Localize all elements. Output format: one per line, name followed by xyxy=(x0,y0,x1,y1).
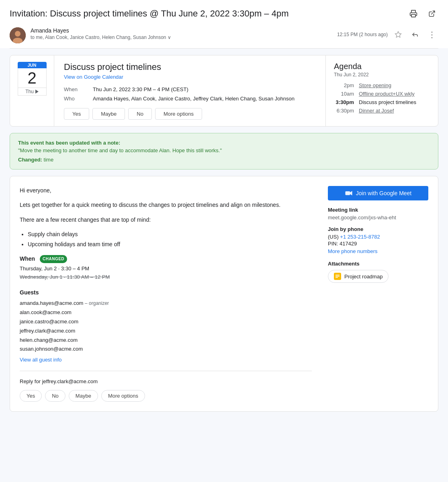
guests-section: Guests amanda.hayes@acme.com – organizer… xyxy=(20,288,312,364)
who-value: Amanda Hayes, Alan Cook, Janice Castro, … xyxy=(93,96,316,102)
when-label-body: When CHANGED xyxy=(20,254,312,263)
agenda-panel: Agenda Thu Jun 2, 2022 2pm Store opening… xyxy=(325,55,438,126)
email-body-right: Join with Google Meet Meeting link meet.… xyxy=(328,186,428,402)
svg-rect-0 xyxy=(411,14,415,17)
body-list: Supply chain delays Upcoming holidays an… xyxy=(28,230,312,249)
svg-rect-9 xyxy=(335,275,340,276)
view-all-guests-link[interactable]: View all guest info xyxy=(20,356,312,364)
agenda-time-1: 2pm xyxy=(334,82,354,88)
old-time: Wednesday, Jun 1 · 11:30 AM – 12 PM xyxy=(20,273,312,282)
agenda-event-4[interactable]: Dinner at Josef xyxy=(359,108,394,114)
reply-more-options-button[interactable]: More options xyxy=(101,390,145,402)
meet-video-icon xyxy=(345,190,353,196)
cal-month: Jun xyxy=(18,62,47,68)
reply-maybe-button[interactable]: Maybe xyxy=(69,390,98,402)
email-body-card: Hi everyone, Lets get together for a qui… xyxy=(10,176,438,412)
guest-1: amanda.hayes@acme.com – organizer xyxy=(20,299,312,308)
when-section: When CHANGED Thursday, Jun 2 · 3:30 – 4 … xyxy=(20,254,312,282)
agenda-time-2: 10am xyxy=(334,91,354,97)
cal-day: 2 xyxy=(18,68,47,88)
reply-no-button[interactable]: No xyxy=(45,390,65,402)
phone-pin: PIN: 417429 xyxy=(328,241,428,247)
event-details: When Thu Jun 2, 2022 3:30 PM – 4 PM (CES… xyxy=(64,86,316,102)
header-icons xyxy=(407,7,438,20)
cal-weekday: Thu xyxy=(18,88,47,96)
avatar-image xyxy=(10,27,26,43)
guest-3: janice.castro@acme.com xyxy=(20,318,312,326)
event-title: Discuss project timelines xyxy=(64,62,316,72)
guest-5: helen.chang@acme.com xyxy=(20,336,312,345)
calendar-play-icon xyxy=(35,90,39,94)
agenda-time-3: 3:30pm xyxy=(334,99,354,105)
reply-buttons: Yes No Maybe More options xyxy=(20,390,312,402)
phone-us: (US) +1 253-215-8782 xyxy=(328,234,428,240)
svg-rect-11 xyxy=(335,277,338,278)
changed-badge: CHANGED xyxy=(40,255,67,263)
email-header: Invitation: Discuss project timelines @ … xyxy=(0,0,448,24)
agenda-event-2[interactable]: Offline product+UX wkly xyxy=(359,91,415,97)
guest-4: jeffrey.clark@acme.com xyxy=(20,327,312,335)
agenda-event-3: Discuss project timelines xyxy=(359,99,416,105)
attachments-label: Attachments xyxy=(328,261,428,267)
agenda-date: Thu Jun 2, 2022 xyxy=(334,72,430,78)
rsvp-no-button[interactable]: No xyxy=(128,108,152,120)
new-time: Thursday, Jun 2 · 3:30 – 4 PM xyxy=(20,265,312,273)
agenda-item-3: 3:30pm Discuss project timelines xyxy=(334,99,430,105)
sender-row: Amanda Hayes to me, Alan Cook, Janice Ca… xyxy=(0,24,448,48)
attachment-slides-icon xyxy=(334,273,341,280)
body-para-2: There are a few recent changes that are … xyxy=(20,215,312,224)
avatar xyxy=(10,27,26,43)
view-on-gcal-link[interactable]: View on Google Calendar xyxy=(64,74,316,80)
changed-value: time xyxy=(44,157,54,163)
more-phone-numbers-link[interactable]: More phone numbers xyxy=(328,248,428,254)
svg-point-3 xyxy=(15,31,20,37)
email-title: Invitation: Discuss project timelines @ … xyxy=(10,8,407,19)
greeting: Hi everyone, xyxy=(20,186,312,195)
agenda-time-4: 6:30pm xyxy=(334,108,354,114)
rsvp-more-options-button[interactable]: More options xyxy=(155,108,202,120)
phone-label: Join by phone xyxy=(328,226,428,232)
update-note: This event has been updated with a note:… xyxy=(10,133,438,170)
sender-name: Amanda Hayes xyxy=(31,27,332,34)
agenda-item-4: 6:30pm Dinner at Josef xyxy=(334,108,430,114)
join-meet-button[interactable]: Join with Google Meet xyxy=(328,186,428,200)
update-note-quote: "Move the meeting to another time and da… xyxy=(18,147,430,153)
rsvp-maybe-button[interactable]: Maybe xyxy=(92,108,125,120)
svg-rect-10 xyxy=(335,276,340,277)
svg-marker-7 xyxy=(350,191,352,196)
phone-number[interactable]: +1 253-215-8782 xyxy=(340,234,380,240)
guest-2: alan.cook@acme.com xyxy=(20,308,312,317)
changed-label: Changed: xyxy=(18,157,42,163)
star-button[interactable] xyxy=(392,28,405,41)
agenda-item-2: 10am Offline product+UX wkly xyxy=(334,91,430,97)
attachments-section: Attachments Project roadmap xyxy=(328,261,428,283)
update-note-title: This event has been updated with a note: xyxy=(18,140,430,146)
list-item-1: Supply chain delays xyxy=(28,230,312,239)
open-external-button[interactable] xyxy=(425,7,438,20)
rsvp-buttons: Yes Maybe No More options xyxy=(64,108,316,120)
email-time: 12:15 PM (2 hours ago) xyxy=(337,32,388,37)
list-item-2: Upcoming holidays and team time off xyxy=(28,240,312,249)
sender-info: Amanda Hayes to me, Alan Cook, Janice Ca… xyxy=(31,27,332,40)
sender-time-area: 12:15 PM (2 hours ago) ⋮ xyxy=(337,28,438,41)
when-label: When xyxy=(64,86,88,92)
reply-button[interactable] xyxy=(409,28,421,41)
meeting-link-label: Meeting link xyxy=(328,207,428,213)
calendar-icon-area: Jun 2 Thu xyxy=(10,55,54,126)
agenda-event-1[interactable]: Store opening xyxy=(359,82,391,88)
who-label: Who xyxy=(64,96,88,102)
meeting-link-value: meet.google.com/jxs-wha-eht xyxy=(328,214,428,221)
svg-marker-5 xyxy=(395,32,401,37)
svg-line-1 xyxy=(432,11,435,14)
reply-yes-button[interactable]: Yes xyxy=(20,390,42,402)
attachment-item[interactable]: Project roadmap xyxy=(328,270,389,283)
update-note-changed: Changed: time xyxy=(18,157,430,163)
print-button[interactable] xyxy=(407,7,420,20)
invite-card: Jun 2 Thu Discuss project timelines View… xyxy=(10,55,438,127)
reply-for: Reply for jeffrey.clark@acme.com xyxy=(20,378,312,386)
attachment-name: Project roadmap xyxy=(344,274,383,280)
rsvp-yes-button[interactable]: Yes xyxy=(64,108,89,120)
agenda-title: Agenda xyxy=(334,62,430,71)
svg-rect-6 xyxy=(345,191,350,195)
more-options-header-button[interactable]: ⋮ xyxy=(425,28,438,41)
